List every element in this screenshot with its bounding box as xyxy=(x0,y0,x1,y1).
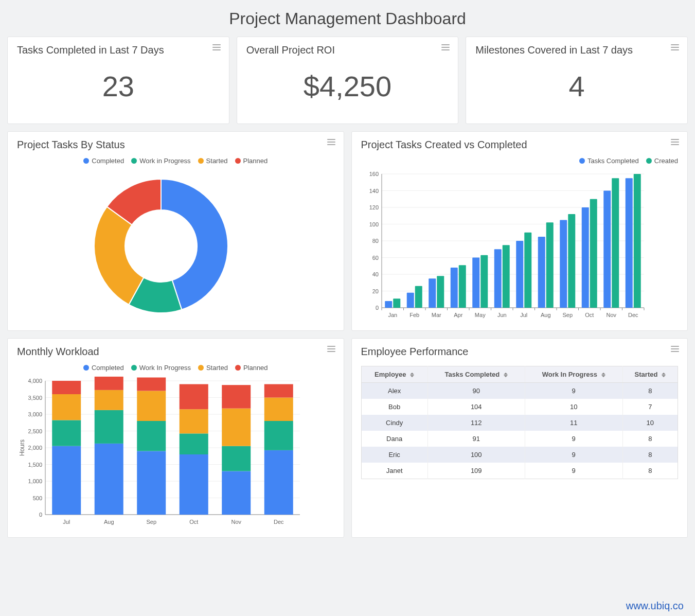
bar[interactable] xyxy=(458,265,466,308)
bar[interactable] xyxy=(393,298,400,308)
svg-text:Jun: Jun xyxy=(497,312,506,318)
table-header[interactable]: Tasks Completed xyxy=(427,366,525,383)
svg-text:Sep: Sep xyxy=(562,312,573,318)
bar-segment[interactable] xyxy=(180,454,208,515)
bar-segment[interactable] xyxy=(95,377,123,390)
sort-icon[interactable] xyxy=(410,373,414,377)
bar[interactable] xyxy=(502,245,509,308)
bar[interactable] xyxy=(612,178,619,308)
bar-segment[interactable] xyxy=(95,390,123,410)
legend-item[interactable]: Completed xyxy=(83,364,124,372)
hamburger-icon[interactable] xyxy=(671,346,679,352)
bar-segment[interactable] xyxy=(52,381,81,394)
bar[interactable] xyxy=(560,220,567,308)
legend-label: Started xyxy=(206,157,228,165)
bar-segment[interactable] xyxy=(180,433,208,454)
created-vs-completed-card: Project Tasks Created vs Completed Tasks… xyxy=(351,131,688,331)
table-header[interactable]: Work In Progress xyxy=(525,366,622,383)
legend-item[interactable]: Planned xyxy=(235,364,268,372)
bar[interactable] xyxy=(437,276,444,308)
bar-segment[interactable] xyxy=(95,444,123,515)
table-header[interactable]: Started xyxy=(622,366,678,383)
svg-text:160: 160 xyxy=(369,171,378,177)
bar[interactable] xyxy=(429,278,436,308)
hamburger-icon[interactable] xyxy=(327,139,335,145)
bar[interactable] xyxy=(450,268,457,308)
bar-segment[interactable] xyxy=(222,409,251,446)
bar-segment[interactable] xyxy=(180,384,208,410)
legend-item[interactable]: Completed xyxy=(83,157,124,165)
svg-text:Nov: Nov xyxy=(606,312,616,318)
bar-segment[interactable] xyxy=(222,471,251,515)
card-title: Project Tasks Created vs Completed xyxy=(361,139,679,151)
bar-segment[interactable] xyxy=(137,391,166,421)
legend-item[interactable]: Started xyxy=(198,157,228,165)
bar-segment[interactable] xyxy=(137,421,166,451)
bar[interactable] xyxy=(590,199,597,308)
cell-completed: 104 xyxy=(427,399,525,415)
bar[interactable] xyxy=(633,174,640,308)
bar-segment[interactable] xyxy=(137,451,166,515)
bar-segment[interactable] xyxy=(180,409,208,433)
bar-segment[interactable] xyxy=(95,410,123,444)
legend-item[interactable]: Work In Progress xyxy=(131,364,191,372)
table-row: Bob 104 10 7 xyxy=(361,399,678,415)
hamburger-icon[interactable] xyxy=(327,346,335,352)
bar[interactable] xyxy=(480,255,488,308)
svg-text:20: 20 xyxy=(372,288,378,294)
bar-segment[interactable] xyxy=(52,420,81,446)
kpi-card: Tasks Completed in Last 7 Days 23 xyxy=(7,37,229,124)
bar[interactable] xyxy=(625,178,632,308)
legend-dot-icon xyxy=(198,365,204,371)
svg-text:Aug: Aug xyxy=(540,312,550,318)
bar[interactable] xyxy=(472,258,479,308)
legend-item[interactable]: Created xyxy=(646,157,678,165)
table-row: Cindy 112 11 10 xyxy=(361,415,678,431)
bar-segment[interactable] xyxy=(222,385,251,409)
hamburger-icon[interactable] xyxy=(671,139,679,145)
legend-dot-icon xyxy=(235,158,241,164)
bar-segment[interactable] xyxy=(264,384,293,398)
bar[interactable] xyxy=(415,286,422,308)
bar[interactable] xyxy=(538,237,545,308)
svg-text:40: 40 xyxy=(372,271,378,277)
kpi-title: Tasks Completed in Last 7 Days xyxy=(17,44,220,56)
bar[interactable] xyxy=(516,241,523,308)
hamburger-icon[interactable] xyxy=(441,44,450,50)
bar-segment[interactable] xyxy=(222,446,251,471)
sort-icon[interactable] xyxy=(662,373,666,377)
donut-slice[interactable] xyxy=(94,207,144,305)
hamburger-icon[interactable] xyxy=(671,44,679,50)
cell-started: 8 xyxy=(622,431,678,447)
legend-label: Work In Progress xyxy=(139,364,191,372)
bar[interactable] xyxy=(494,249,501,308)
cell-employee: Janet xyxy=(361,463,427,479)
cell-completed: 109 xyxy=(427,463,525,479)
table-header[interactable]: Employee xyxy=(361,366,427,383)
bar[interactable] xyxy=(385,301,392,308)
bar[interactable] xyxy=(546,222,553,308)
bar-segment[interactable] xyxy=(264,450,293,515)
legend-item[interactable]: Planned xyxy=(235,157,268,165)
svg-text:Sep: Sep xyxy=(146,519,156,525)
bar-segment[interactable] xyxy=(52,394,81,420)
sort-icon[interactable] xyxy=(504,373,508,377)
bar-segment[interactable] xyxy=(137,378,166,391)
bar-segment[interactable] xyxy=(52,446,81,515)
legend-item[interactable]: Work in Progress xyxy=(131,157,190,165)
legend-item[interactable]: Started xyxy=(198,364,228,372)
bar[interactable] xyxy=(406,293,414,308)
legend-item[interactable]: Tasks Completed xyxy=(579,157,639,165)
bar[interactable] xyxy=(581,207,589,308)
bar-segment[interactable] xyxy=(264,421,293,450)
page-title: Project Management Dashboard xyxy=(7,9,688,28)
employee-table: Employee Tasks Completed Work In Progres… xyxy=(361,366,679,479)
hamburger-icon[interactable] xyxy=(212,44,221,50)
bar-segment[interactable] xyxy=(264,398,293,421)
legend-dot-icon xyxy=(131,365,137,371)
sort-icon[interactable] xyxy=(601,373,605,377)
bar[interactable] xyxy=(603,191,611,308)
table-row: Janet 109 9 8 xyxy=(361,463,678,479)
bar[interactable] xyxy=(524,233,531,308)
bar[interactable] xyxy=(568,214,575,308)
